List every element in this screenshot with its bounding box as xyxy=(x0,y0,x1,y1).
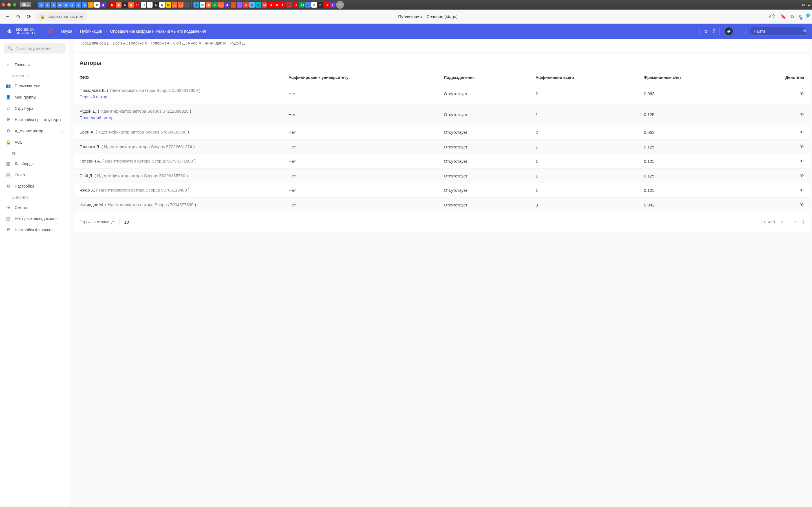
tab-icon[interactable]: ◆ xyxy=(100,2,106,8)
help-icon[interactable]: ? xyxy=(712,29,715,34)
tab-icon[interactable]: АЯ xyxy=(287,2,292,8)
next-page-button[interactable]: › xyxy=(795,219,796,224)
tab-icon[interactable]: ≡ xyxy=(51,2,56,8)
extensions-icon[interactable]: ⧉ xyxy=(791,14,794,19)
tab-icon[interactable]: 22 xyxy=(200,2,205,8)
sidebar-item-finance-settings[interactable]: ⚙ Настройки финансов xyxy=(4,224,65,235)
tab-icon[interactable]: 🦊 xyxy=(172,2,177,8)
tab-icon[interactable]: ô xyxy=(311,2,317,8)
tab-icon[interactable]: ≡ xyxy=(75,2,81,8)
sidebar-item-structure[interactable]: ⚇ Структура xyxy=(4,103,65,114)
tab-icon[interactable]: ● xyxy=(212,2,218,8)
tab-icon[interactable]: ≡ xyxy=(63,2,69,8)
tab-icon[interactable]: F xyxy=(231,2,236,8)
excel-extension-icon[interactable]: X✓ xyxy=(798,14,801,19)
tab-icon[interactable]: ≡ xyxy=(57,2,63,8)
back-button[interactable]: ← xyxy=(4,13,11,19)
reload-button[interactable]: ⟳ xyxy=(26,13,32,20)
chevron-down-icon[interactable]: ⌄ xyxy=(738,29,741,33)
sidebar-item-dashboards[interactable]: ▦ Дашборды xyxy=(4,158,65,169)
sidebar-item-bi-settings[interactable]: ⚙ Настройки ⌄ xyxy=(4,180,65,192)
tab-icon[interactable]: ▦ xyxy=(165,2,171,8)
tab-icon[interactable]: M xyxy=(262,2,267,8)
tab-icon[interactable]: Я xyxy=(268,2,273,8)
new-tab-button[interactable]: + xyxy=(336,1,344,9)
tab-icon[interactable]: 🦊 xyxy=(178,2,184,8)
view-icon[interactable]: 👁 xyxy=(800,173,804,178)
sidebar-item-groups[interactable]: 👤 Мои группы xyxy=(4,92,65,103)
minimize-window-icon[interactable] xyxy=(7,3,11,6)
translate-icon[interactable]: ᴀ文 xyxy=(769,13,776,19)
tab-icon[interactable]: 🦊 xyxy=(218,2,224,8)
tab-icon[interactable]: Я xyxy=(280,2,286,8)
global-search[interactable]: 🔍 xyxy=(750,27,806,36)
tab-icon[interactable]: ≡ xyxy=(82,2,87,8)
last-page-button[interactable]: ›| xyxy=(802,219,804,224)
pin-icon[interactable]: 📌 xyxy=(47,29,53,34)
tab-count-badge[interactable]: 46 xyxy=(20,2,31,7)
tab-icon[interactable]: ◉ xyxy=(116,2,121,8)
tab-icon[interactable]: Я xyxy=(324,2,329,8)
tab-icon[interactable]: Я xyxy=(274,2,280,8)
view-icon[interactable]: 👁 xyxy=(800,159,804,164)
tab-icon[interactable]: Я xyxy=(293,2,298,8)
tabs-overview-icon[interactable]: ⧉ xyxy=(802,3,805,7)
close-window-icon[interactable] xyxy=(2,3,5,6)
tab-icon[interactable]: ● xyxy=(330,2,336,8)
view-icon[interactable]: 👁 xyxy=(800,144,804,149)
bookmark-icon[interactable]: 🔖 xyxy=(780,14,786,19)
tab-icon[interactable]: ◉ xyxy=(206,2,211,8)
tab-icon[interactable]: ◉ xyxy=(128,2,134,8)
tab-icon[interactable]: K xyxy=(122,2,128,8)
tab-icon[interactable]: ▦ xyxy=(249,2,255,8)
tab-icon[interactable]: ⚙ xyxy=(159,2,165,8)
tab-icon[interactable]: K xyxy=(153,2,159,8)
tab-icon[interactable]: □ xyxy=(141,2,146,8)
author-tag[interactable]: Последний автор xyxy=(80,115,114,120)
tab-icon[interactable]: ≡ xyxy=(69,2,75,8)
view-icon[interactable]: 👁 xyxy=(800,202,804,207)
author-tag[interactable]: Первый автор xyxy=(80,94,107,99)
sidebar-item-accounting[interactable]: ▤ Учёт расходов/доходов xyxy=(4,213,65,224)
first-page-button[interactable]: |‹ xyxy=(780,219,783,224)
settings-icon[interactable]: ⚙ xyxy=(704,29,708,34)
tab-icon[interactable]: ◆ xyxy=(224,2,230,8)
tab-icon[interactable]: ▲ xyxy=(193,2,199,8)
address-bar[interactable]: 🔒 stage.smartics.dev xyxy=(36,12,87,20)
tab-icon[interactable]: ≡ xyxy=(45,2,50,8)
tab-icon[interactable]: ✦ xyxy=(88,2,94,8)
search-input[interactable] xyxy=(754,29,803,34)
sidebar-item-budgets[interactable]: 🏛 Сметы xyxy=(4,202,65,213)
sidebar-search[interactable]: 🔍 xyxy=(4,43,65,54)
user-avatar[interactable]: ◉ xyxy=(724,27,733,36)
tab-icon[interactable]: F xyxy=(237,2,243,8)
downloads-icon[interactable]: ↓0 xyxy=(806,14,808,19)
tab-icon[interactable]: □ xyxy=(147,2,153,8)
tab-icon[interactable]: ◈ xyxy=(255,2,261,8)
sidebar-item-home[interactable]: ⌂ Главная xyxy=(4,59,65,70)
sidebar-search-input[interactable] xyxy=(15,46,65,51)
tab-icon[interactable]: → xyxy=(184,2,190,8)
sidebar-item-reports[interactable]: ▤ Отчеты xyxy=(4,169,65,180)
tab-icon[interactable]: ≡ xyxy=(38,2,44,8)
tab-icon[interactable]: K xyxy=(317,2,323,8)
view-icon[interactable]: 👁 xyxy=(800,91,804,96)
tab-icon[interactable]: ✉ xyxy=(243,2,249,8)
sidebar-item-acl[interactable]: 🔒 ACL ⌄ xyxy=(4,136,65,148)
tab-icon[interactable]: Я xyxy=(135,2,140,8)
breadcrumb-item[interactable]: Наука xyxy=(61,29,72,34)
tab-icon[interactable]: HD xyxy=(299,2,305,8)
logo[interactable]: ❋ SECHENOV UNIVERSITY xyxy=(6,27,36,35)
sidebar-item-org-settings[interactable]: ⚙ Настройки орг. структуры xyxy=(4,114,65,125)
page-size-select[interactable]: 10 ⌄ xyxy=(119,217,142,227)
tab-icon[interactable]: G xyxy=(305,2,311,8)
breadcrumb-item[interactable]: Определение кворума и механизмы его пода… xyxy=(110,29,206,34)
tab-icon[interactable]: ▶ xyxy=(110,2,115,8)
view-icon[interactable]: 👁 xyxy=(800,188,804,193)
prev-page-button[interactable]: ‹ xyxy=(788,219,790,224)
view-icon[interactable]: 👁 xyxy=(800,112,804,117)
tab-icon-active[interactable]: ❋ xyxy=(94,2,100,8)
menu-icon[interactable]: ≡ xyxy=(808,3,810,7)
breadcrumb-item[interactable]: Публикации xyxy=(80,29,102,34)
view-icon[interactable]: 👁 xyxy=(800,130,804,135)
